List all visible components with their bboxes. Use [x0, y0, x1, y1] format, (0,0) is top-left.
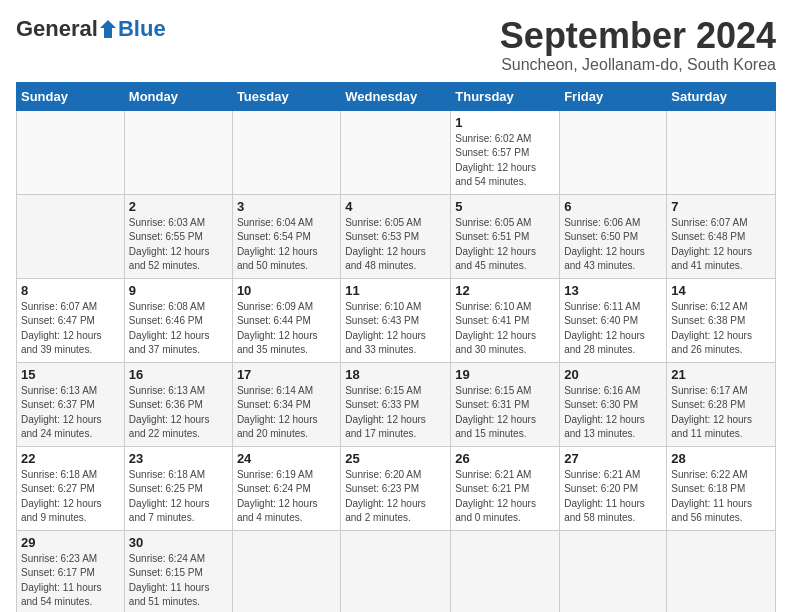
calendar-cell: 14Sunrise: 6:12 AM Sunset: 6:38 PM Dayli…	[667, 278, 776, 362]
day-number: 7	[671, 199, 771, 214]
day-number: 2	[129, 199, 228, 214]
calendar-cell: 23Sunrise: 6:18 AM Sunset: 6:25 PM Dayli…	[124, 446, 232, 530]
day-info: Sunrise: 6:05 AM Sunset: 6:51 PM Dayligh…	[455, 216, 555, 274]
day-number: 18	[345, 367, 446, 382]
col-thursday: Thursday	[451, 82, 560, 110]
calendar-cell	[232, 530, 340, 612]
day-info: Sunrise: 6:13 AM Sunset: 6:37 PM Dayligh…	[21, 384, 120, 442]
calendar-cell: 21Sunrise: 6:17 AM Sunset: 6:28 PM Dayli…	[667, 362, 776, 446]
day-number: 8	[21, 283, 120, 298]
calendar-cell: 2Sunrise: 6:03 AM Sunset: 6:55 PM Daylig…	[124, 194, 232, 278]
day-number: 15	[21, 367, 120, 382]
day-number: 19	[455, 367, 555, 382]
day-number: 28	[671, 451, 771, 466]
day-info: Sunrise: 6:10 AM Sunset: 6:41 PM Dayligh…	[455, 300, 555, 358]
day-info: Sunrise: 6:13 AM Sunset: 6:36 PM Dayligh…	[129, 384, 228, 442]
day-number: 16	[129, 367, 228, 382]
day-info: Sunrise: 6:04 AM Sunset: 6:54 PM Dayligh…	[237, 216, 336, 274]
logo: General Blue	[16, 16, 166, 42]
day-info: Sunrise: 6:06 AM Sunset: 6:50 PM Dayligh…	[564, 216, 662, 274]
calendar-cell: 29Sunrise: 6:23 AM Sunset: 6:17 PM Dayli…	[17, 530, 125, 612]
day-info: Sunrise: 6:11 AM Sunset: 6:40 PM Dayligh…	[564, 300, 662, 358]
calendar-cell: 9Sunrise: 6:08 AM Sunset: 6:46 PM Daylig…	[124, 278, 232, 362]
logo-icon	[99, 18, 117, 40]
day-info: Sunrise: 6:20 AM Sunset: 6:23 PM Dayligh…	[345, 468, 446, 526]
day-number: 29	[21, 535, 120, 550]
logo-general-text: General	[16, 16, 98, 42]
day-info: Sunrise: 6:24 AM Sunset: 6:15 PM Dayligh…	[129, 552, 228, 610]
calendar-title: September 2024	[500, 16, 776, 56]
calendar-cell: 20Sunrise: 6:16 AM Sunset: 6:30 PM Dayli…	[560, 362, 667, 446]
calendar-cell: 5Sunrise: 6:05 AM Sunset: 6:51 PM Daylig…	[451, 194, 560, 278]
day-info: Sunrise: 6:16 AM Sunset: 6:30 PM Dayligh…	[564, 384, 662, 442]
day-number: 14	[671, 283, 771, 298]
day-info: Sunrise: 6:21 AM Sunset: 6:21 PM Dayligh…	[455, 468, 555, 526]
calendar-cell: 6Sunrise: 6:06 AM Sunset: 6:50 PM Daylig…	[560, 194, 667, 278]
day-info: Sunrise: 6:15 AM Sunset: 6:31 PM Dayligh…	[455, 384, 555, 442]
day-info: Sunrise: 6:05 AM Sunset: 6:53 PM Dayligh…	[345, 216, 446, 274]
day-info: Sunrise: 6:12 AM Sunset: 6:38 PM Dayligh…	[671, 300, 771, 358]
day-info: Sunrise: 6:10 AM Sunset: 6:43 PM Dayligh…	[345, 300, 446, 358]
calendar-cell	[667, 530, 776, 612]
day-number: 27	[564, 451, 662, 466]
calendar-cell: 24Sunrise: 6:19 AM Sunset: 6:24 PM Dayli…	[232, 446, 340, 530]
calendar-cell: 3Sunrise: 6:04 AM Sunset: 6:54 PM Daylig…	[232, 194, 340, 278]
calendar-cell	[124, 110, 232, 194]
day-number: 24	[237, 451, 336, 466]
day-info: Sunrise: 6:18 AM Sunset: 6:27 PM Dayligh…	[21, 468, 120, 526]
calendar-cell: 25Sunrise: 6:20 AM Sunset: 6:23 PM Dayli…	[341, 446, 451, 530]
day-number: 30	[129, 535, 228, 550]
day-number: 25	[345, 451, 446, 466]
day-info: Sunrise: 6:21 AM Sunset: 6:20 PM Dayligh…	[564, 468, 662, 526]
calendar-cell	[667, 110, 776, 194]
svg-marker-0	[100, 20, 116, 38]
day-number: 9	[129, 283, 228, 298]
col-wednesday: Wednesday	[341, 82, 451, 110]
calendar-cell: 22Sunrise: 6:18 AM Sunset: 6:27 PM Dayli…	[17, 446, 125, 530]
calendar-cell	[560, 110, 667, 194]
day-info: Sunrise: 6:15 AM Sunset: 6:33 PM Dayligh…	[345, 384, 446, 442]
day-info: Sunrise: 6:14 AM Sunset: 6:34 PM Dayligh…	[237, 384, 336, 442]
day-info: Sunrise: 6:19 AM Sunset: 6:24 PM Dayligh…	[237, 468, 336, 526]
day-number: 17	[237, 367, 336, 382]
calendar-cell	[341, 110, 451, 194]
calendar-table: Sunday Monday Tuesday Wednesday Thursday…	[16, 82, 776, 612]
day-info: Sunrise: 6:17 AM Sunset: 6:28 PM Dayligh…	[671, 384, 771, 442]
calendar-row: 15Sunrise: 6:13 AM Sunset: 6:37 PM Dayli…	[17, 362, 776, 446]
calendar-cell: 16Sunrise: 6:13 AM Sunset: 6:36 PM Dayli…	[124, 362, 232, 446]
day-number: 1	[455, 115, 555, 130]
calendar-cell	[451, 530, 560, 612]
calendar-row: 8Sunrise: 6:07 AM Sunset: 6:47 PM Daylig…	[17, 278, 776, 362]
day-number: 20	[564, 367, 662, 382]
calendar-cell: 4Sunrise: 6:05 AM Sunset: 6:53 PM Daylig…	[341, 194, 451, 278]
day-info: Sunrise: 6:03 AM Sunset: 6:55 PM Dayligh…	[129, 216, 228, 274]
logo-blue-text: Blue	[118, 16, 166, 42]
day-number: 3	[237, 199, 336, 214]
col-sunday: Sunday	[17, 82, 125, 110]
title-block: September 2024 Suncheon, Jeollanam-do, S…	[500, 16, 776, 74]
day-number: 23	[129, 451, 228, 466]
calendar-subtitle: Suncheon, Jeollanam-do, South Korea	[500, 56, 776, 74]
calendar-cell: 8Sunrise: 6:07 AM Sunset: 6:47 PM Daylig…	[17, 278, 125, 362]
calendar-row: 22Sunrise: 6:18 AM Sunset: 6:27 PM Dayli…	[17, 446, 776, 530]
day-info: Sunrise: 6:22 AM Sunset: 6:18 PM Dayligh…	[671, 468, 771, 526]
calendar-row: 29Sunrise: 6:23 AM Sunset: 6:17 PM Dayli…	[17, 530, 776, 612]
day-info: Sunrise: 6:02 AM Sunset: 6:57 PM Dayligh…	[455, 132, 555, 190]
calendar-cell: 10Sunrise: 6:09 AM Sunset: 6:44 PM Dayli…	[232, 278, 340, 362]
day-number: 22	[21, 451, 120, 466]
day-number: 4	[345, 199, 446, 214]
calendar-cell: 1Sunrise: 6:02 AM Sunset: 6:57 PM Daylig…	[451, 110, 560, 194]
calendar-cell: 15Sunrise: 6:13 AM Sunset: 6:37 PM Dayli…	[17, 362, 125, 446]
calendar-row: 1Sunrise: 6:02 AM Sunset: 6:57 PM Daylig…	[17, 110, 776, 194]
calendar-row: 2Sunrise: 6:03 AM Sunset: 6:55 PM Daylig…	[17, 194, 776, 278]
calendar-cell	[232, 110, 340, 194]
calendar-cell: 7Sunrise: 6:07 AM Sunset: 6:48 PM Daylig…	[667, 194, 776, 278]
day-info: Sunrise: 6:07 AM Sunset: 6:47 PM Dayligh…	[21, 300, 120, 358]
day-number: 6	[564, 199, 662, 214]
day-number: 13	[564, 283, 662, 298]
col-saturday: Saturday	[667, 82, 776, 110]
col-monday: Monday	[124, 82, 232, 110]
day-info: Sunrise: 6:23 AM Sunset: 6:17 PM Dayligh…	[21, 552, 120, 610]
day-info: Sunrise: 6:09 AM Sunset: 6:44 PM Dayligh…	[237, 300, 336, 358]
calendar-cell: 13Sunrise: 6:11 AM Sunset: 6:40 PM Dayli…	[560, 278, 667, 362]
